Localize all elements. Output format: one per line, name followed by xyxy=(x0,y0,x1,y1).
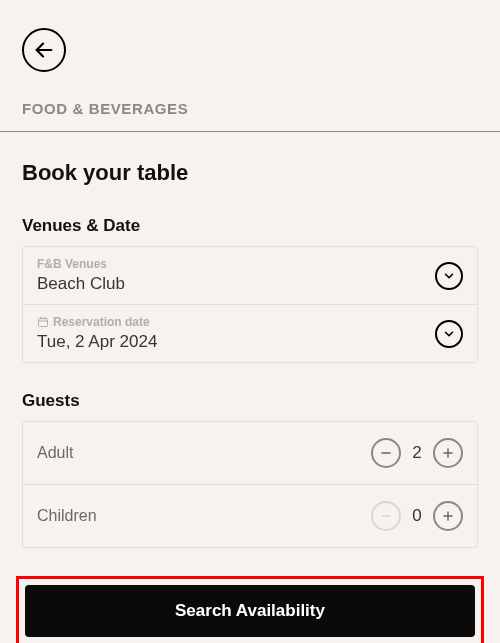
children-increment-button[interactable] xyxy=(433,501,463,531)
section-label: FOOD & BEVERAGES xyxy=(0,88,500,131)
svg-rect-1 xyxy=(39,319,48,327)
children-row: Children 0 xyxy=(23,485,477,547)
back-button[interactable] xyxy=(22,28,66,72)
plus-icon xyxy=(441,509,455,523)
adult-increment-button[interactable] xyxy=(433,438,463,468)
adult-label: Adult xyxy=(37,444,73,462)
date-field-value: Tue, 2 Apr 2024 xyxy=(37,332,435,352)
date-field-label: Reservation date xyxy=(37,315,435,329)
adult-decrement-button[interactable] xyxy=(371,438,401,468)
adult-row: Adult 2 xyxy=(23,422,477,485)
minus-icon xyxy=(379,446,393,460)
chevron-down-icon xyxy=(435,262,463,290)
highlight-box: Search Availability xyxy=(16,576,484,643)
venue-field-value: Beach Club xyxy=(37,274,435,294)
children-decrement-button[interactable] xyxy=(371,501,401,531)
plus-icon xyxy=(441,446,455,460)
venue-select[interactable]: F&B Venues Beach Club xyxy=(23,247,477,305)
children-count: 0 xyxy=(409,506,425,526)
date-select[interactable]: Reservation date Tue, 2 Apr 2024 xyxy=(23,305,477,362)
guests-card: Adult 2 Children 0 xyxy=(22,421,478,548)
children-stepper: 0 xyxy=(371,501,463,531)
children-label: Children xyxy=(37,507,97,525)
page-title: Book your table xyxy=(22,160,478,186)
search-availability-button[interactable]: Search Availability xyxy=(25,585,475,637)
venue-field-label: F&B Venues xyxy=(37,257,435,271)
group-label-venues-date: Venues & Date xyxy=(22,216,478,236)
adult-stepper: 2 xyxy=(371,438,463,468)
venues-date-card: F&B Venues Beach Club Reservation date T… xyxy=(22,246,478,363)
group-label-guests: Guests xyxy=(22,391,478,411)
minus-icon xyxy=(379,509,393,523)
chevron-down-icon xyxy=(435,320,463,348)
arrow-left-icon xyxy=(33,39,55,61)
calendar-icon xyxy=(37,316,49,328)
adult-count: 2 xyxy=(409,443,425,463)
